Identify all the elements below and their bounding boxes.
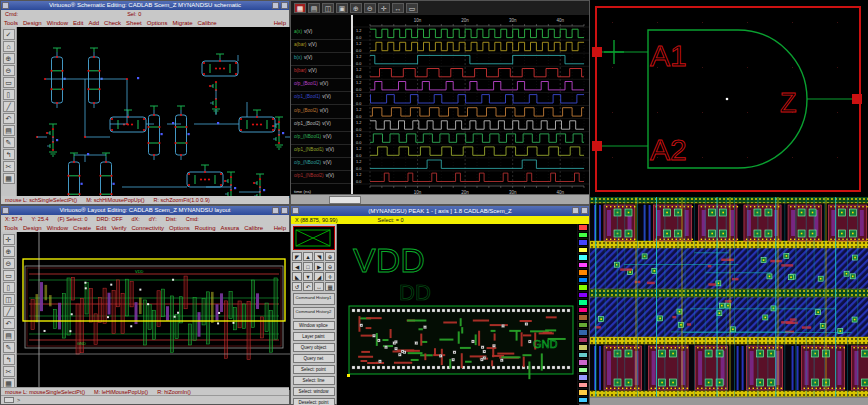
layer-swatch[interactable] (578, 299, 588, 306)
layer-swatch[interactable] (578, 322, 588, 329)
peak-canvas[interactable]: VDDDDGND (337, 224, 579, 405)
delete-icon[interactable]: ✂ (3, 366, 15, 377)
pin-z[interactable] (852, 94, 862, 104)
layer-swatch[interactable] (578, 224, 588, 231)
menu-item-design[interactable]: Design (23, 20, 42, 26)
fit-icon[interactable]: ↔ (314, 282, 324, 291)
layer-swatch[interactable] (578, 269, 588, 276)
layer-swatch[interactable] (578, 262, 588, 269)
zoom-in-icon[interactable]: ⊕ (350, 3, 362, 13)
copy-icon[interactable]: ▯ (3, 282, 15, 293)
signal-row[interactable]: o/p_(Bool2)v(V) (291, 106, 351, 119)
menu-item-create[interactable]: Create (73, 225, 91, 231)
pan-downright-icon[interactable]: ◢ (314, 272, 324, 281)
menu-item-calibre[interactable]: Calibre (244, 225, 263, 231)
menu-item-options[interactable]: Options (169, 225, 190, 231)
maximize-button[interactable] (281, 207, 288, 214)
menu-item-calibre[interactable]: Calibre (197, 20, 216, 26)
button-layer-paint[interactable]: Layer paint (293, 332, 335, 341)
layer-swatch[interactable] (578, 344, 588, 351)
undo-icon[interactable]: ↶ (3, 318, 15, 329)
zoom-out-icon[interactable]: ⊖ (3, 65, 15, 76)
maximize-button[interactable] (281, 2, 288, 9)
layer-swatch[interactable] (578, 284, 588, 291)
menu-item-tools[interactable]: Tools (4, 225, 18, 231)
zoom-out-icon[interactable]: ⊖ (3, 258, 15, 269)
pan-up-icon[interactable]: ▲ (303, 252, 313, 261)
layer-swatch[interactable] (578, 359, 588, 366)
waveform-plot[interactable]: 10n10n20n20n30n30n40n40n1.20.01.20.01.20… (353, 15, 589, 197)
grid-icon[interactable]: ▦ (325, 282, 335, 291)
menu-item-edit[interactable]: Edit (73, 20, 83, 26)
descend-icon[interactable]: ↰ (3, 149, 15, 160)
button-query-net[interactable]: Query net (293, 354, 335, 363)
waveform-trace[interactable] (370, 42, 584, 50)
menu-item-connectivity[interactable]: Connectivity (131, 225, 164, 231)
menu-item-routing[interactable]: Routing (195, 225, 216, 231)
waveform-trace[interactable] (370, 108, 584, 116)
window-menu-icon[interactable] (2, 207, 9, 214)
waveform-trace[interactable] (370, 82, 584, 90)
pan-icon[interactable]: ↔ (392, 3, 404, 13)
copy-icon[interactable]: ▯ (3, 89, 15, 100)
layer-swatch[interactable] (578, 314, 588, 321)
button-select-point[interactable]: Select: point (293, 365, 335, 374)
instance-icon[interactable]: ◫ (3, 294, 15, 305)
pan-right-icon[interactable]: ▶ (314, 262, 324, 271)
layer-swatch[interactable] (578, 232, 588, 239)
menu-item-add[interactable]: Add (88, 20, 99, 26)
button-command-history1[interactable]: Command History1 (293, 293, 335, 305)
grid-icon[interactable]: ▤ (308, 3, 320, 13)
layer-swatch[interactable] (578, 329, 588, 336)
zoom-in-icon[interactable]: ⊕ (325, 252, 335, 261)
zoom-out-icon[interactable]: ⊖ (364, 3, 376, 13)
peak-titlebar[interactable]: (MYNANDSU) PEAK 1 - [ axis ] 1.8 CADLAB/… (291, 206, 589, 216)
minimize-button[interactable] (272, 207, 279, 214)
pin-a2[interactable] (592, 141, 602, 151)
undo-icon[interactable]: ↶ (3, 113, 15, 124)
split-icon[interactable]: ◫ (322, 3, 334, 13)
select-icon[interactable]: ✓ (3, 29, 15, 40)
edit-icon[interactable]: ✎ (3, 342, 15, 353)
crosshair-icon[interactable]: ✛ (3, 234, 15, 245)
zoom-in-icon[interactable]: ⊕ (3, 53, 15, 64)
signal-row[interactable]: o/p1_(NBool2)v(V) (291, 171, 351, 184)
waveform-trace[interactable] (370, 121, 584, 129)
signal-row[interactable]: o/p1_(Bool1)v(V) (291, 92, 351, 105)
layer-swatch[interactable] (578, 397, 588, 404)
layer-swatch[interactable] (578, 277, 588, 284)
symbol-window[interactable]: A1 A2 Z (590, 0, 868, 197)
menu-item-window[interactable]: Window (47, 20, 68, 26)
layout-titlebar[interactable]: Virtuoso® Layout Editing: CADLAB Scem_Z … (1, 206, 289, 215)
layout-canvas[interactable]: VDDGND (17, 232, 290, 390)
grid-icon[interactable]: ▦ (3, 173, 15, 184)
schematic-canvas[interactable] (17, 27, 290, 198)
waveform-scrollbar[interactable] (291, 194, 589, 204)
button-window-splice[interactable]: Window splice (293, 321, 335, 330)
stretch-icon[interactable]: ▭ (3, 77, 15, 88)
pan-upright-icon[interactable]: ◥ (314, 252, 324, 261)
menu-item-assura[interactable]: Assura (220, 225, 239, 231)
layer-swatch[interactable] (578, 307, 588, 314)
signal-row[interactable]: a(x)v(V) (291, 27, 351, 40)
undo-icon[interactable]: ↶ (303, 282, 313, 291)
signal-row[interactable]: b(x)v(V) (291, 53, 351, 66)
signal-row[interactable]: b(bar)v(V) (291, 66, 351, 79)
pan-downleft-icon[interactable]: ◣ (292, 272, 302, 281)
layer-swatch[interactable] (578, 389, 588, 396)
menu-item-migrate[interactable]: Migrate (172, 20, 192, 26)
layer-swatch[interactable] (578, 382, 588, 389)
menu-item-sheet[interactable]: Sheet (126, 20, 142, 26)
property-icon[interactable]: ▤ (3, 125, 15, 136)
property-icon[interactable]: ▤ (3, 330, 15, 341)
minimize-button[interactable] (272, 2, 279, 9)
menu-item-tools[interactable]: Tools (4, 20, 18, 26)
measure-icon[interactable]: ▭ (406, 3, 418, 13)
button-select-line[interactable]: Select: line (293, 376, 335, 385)
center-icon[interactable]: □ (303, 262, 313, 271)
layer-swatch[interactable] (578, 367, 588, 374)
dense-layout-window[interactable] (590, 197, 868, 405)
waveform-trace[interactable] (370, 55, 584, 63)
button-select-window[interactable]: Select: window (293, 387, 335, 396)
maximize-button[interactable] (581, 207, 588, 214)
